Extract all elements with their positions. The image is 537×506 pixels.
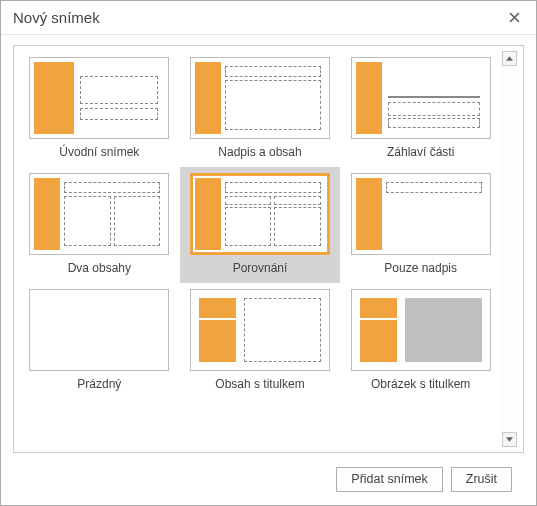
layout-thumbnail — [29, 57, 169, 139]
layout-label: Dva obsahy — [68, 261, 131, 275]
scroll-down-button[interactable] — [502, 432, 517, 447]
layout-thumbnail — [190, 173, 330, 255]
titlebar: Nový snímek — [1, 1, 536, 35]
layout-section-header[interactable]: Záhlaví části — [340, 51, 501, 167]
layout-comparison[interactable]: Porovnání — [180, 167, 341, 283]
layouts-grid: Úvodní snímek Nadpis a obsah — [19, 51, 501, 447]
scroll-up-button[interactable] — [502, 51, 517, 66]
layout-title-only[interactable]: Pouze nadpis — [340, 167, 501, 283]
layout-two-content[interactable]: Dva obsahy — [19, 167, 180, 283]
close-icon — [509, 12, 520, 23]
chevron-up-icon — [506, 56, 513, 61]
layout-thumbnail — [351, 289, 491, 371]
dialog-footer: Přidat snímek Zrušit — [13, 453, 524, 505]
layout-label: Obsah s titulkem — [215, 377, 304, 391]
layouts-panel: Úvodní snímek Nadpis a obsah — [13, 45, 524, 453]
chevron-down-icon — [506, 437, 513, 442]
layout-picture-caption[interactable]: Obrázek s titulkem — [340, 283, 501, 399]
layout-thumbnail — [190, 57, 330, 139]
layout-thumbnail — [351, 57, 491, 139]
layout-content-caption[interactable]: Obsah s titulkem — [180, 283, 341, 399]
layout-thumbnail — [190, 289, 330, 371]
layout-label: Prázdný — [77, 377, 121, 391]
layout-label: Záhlaví části — [387, 145, 454, 159]
new-slide-dialog: Nový snímek — [0, 0, 537, 506]
layout-thumbnail — [29, 173, 169, 255]
close-button[interactable] — [500, 4, 528, 32]
layout-title-content[interactable]: Nadpis a obsah — [180, 51, 341, 167]
layout-thumbnail — [29, 289, 169, 371]
layout-label: Nadpis a obsah — [218, 145, 301, 159]
layout-blank[interactable]: Prázdný — [19, 283, 180, 399]
layout-thumbnail — [351, 173, 491, 255]
cancel-button[interactable]: Zrušit — [451, 467, 512, 492]
add-slide-button[interactable]: Přidat snímek — [336, 467, 442, 492]
layout-title-slide[interactable]: Úvodní snímek — [19, 51, 180, 167]
layout-label: Úvodní snímek — [59, 145, 139, 159]
scrollbar[interactable] — [501, 51, 518, 447]
layout-label: Porovnání — [233, 261, 288, 275]
layout-label: Obrázek s titulkem — [371, 377, 470, 391]
dialog-title: Nový snímek — [13, 9, 500, 26]
dialog-body: Úvodní snímek Nadpis a obsah — [1, 35, 536, 505]
layout-label: Pouze nadpis — [384, 261, 457, 275]
